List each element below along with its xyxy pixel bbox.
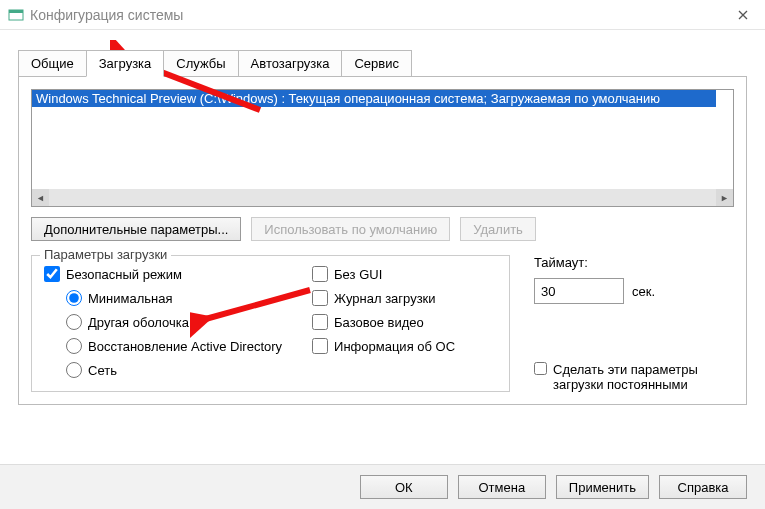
permanent-input[interactable] (534, 362, 547, 375)
altshell-label: Другая оболочка (88, 315, 189, 330)
osinfo-label: Информация об ОС (334, 339, 455, 354)
delete-button: Удалить (460, 217, 536, 241)
boot-options-group: Параметры загрузки Безопасный режим Мини… (31, 255, 510, 392)
altshell-radio[interactable]: Другая оболочка (66, 314, 282, 330)
boot-buttons-row: Дополнительные параметры... Использовать… (31, 217, 734, 241)
boot-list[interactable]: Windows Technical Preview (C:\Windows) :… (31, 89, 734, 207)
timeout-unit: сек. (632, 284, 655, 299)
minimal-label: Минимальная (88, 291, 173, 306)
tab-general[interactable]: Общие (18, 50, 87, 77)
apply-button[interactable]: Применить (556, 475, 649, 499)
timeout-input[interactable] (534, 278, 624, 304)
minimal-radio[interactable]: Минимальная (66, 290, 282, 306)
osinfo-checkbox[interactable]: Информация об ОС (312, 338, 455, 354)
tab-boot[interactable]: Загрузка (86, 50, 165, 77)
ok-button[interactable]: ОК (360, 475, 448, 499)
dsrepair-input[interactable] (66, 338, 82, 354)
network-radio[interactable]: Сеть (66, 362, 282, 378)
tab-tools[interactable]: Сервис (341, 50, 412, 77)
permanent-checkbox[interactable]: Сделать эти параметры загрузки постоянны… (534, 362, 734, 392)
window-title: Конфигурация системы (30, 7, 720, 23)
bootlog-checkbox[interactable]: Журнал загрузки (312, 290, 455, 306)
permanent-label: Сделать эти параметры загрузки постоянны… (553, 362, 734, 392)
basevideo-checkbox[interactable]: Базовое видео (312, 314, 455, 330)
tab-panel-boot: Windows Technical Preview (C:\Windows) :… (18, 76, 747, 405)
close-button[interactable] (720, 0, 765, 30)
advanced-options-button[interactable]: Дополнительные параметры... (31, 217, 241, 241)
safeboot-input[interactable] (44, 266, 60, 282)
network-label: Сеть (88, 363, 117, 378)
set-default-button: Использовать по умолчанию (251, 217, 450, 241)
bootlog-input[interactable] (312, 290, 328, 306)
dsrepair-label: Восстановление Active Directory (88, 339, 282, 354)
safeboot-label: Безопасный режим (66, 267, 182, 282)
basevideo-label: Базовое видео (334, 315, 424, 330)
right-column: Без GUI Журнал загрузки Базовое видео (312, 266, 455, 378)
tab-strip: Общие Загрузка Службы Автозагрузка Серви… (18, 50, 747, 77)
horizontal-scrollbar[interactable]: ◄ ► (32, 189, 733, 206)
boot-entry-selected[interactable]: Windows Technical Preview (C:\Windows) :… (32, 90, 716, 107)
close-icon (738, 10, 748, 20)
dialog-buttons: ОК Отмена Применить Справка (0, 464, 765, 509)
svg-rect-1 (9, 10, 23, 13)
nogui-checkbox[interactable]: Без GUI (312, 266, 455, 282)
group-legend: Параметры загрузки (40, 247, 171, 262)
scroll-right-icon[interactable]: ► (716, 189, 733, 206)
timeout-column: Таймаут: сек. Сделать эти параметры загр… (534, 255, 734, 392)
osinfo-input[interactable] (312, 338, 328, 354)
cancel-button[interactable]: Отмена (458, 475, 546, 499)
nogui-label: Без GUI (334, 267, 382, 282)
tab-services[interactable]: Службы (163, 50, 238, 77)
help-button[interactable]: Справка (659, 475, 747, 499)
bootlog-label: Журнал загрузки (334, 291, 435, 306)
tab-startup[interactable]: Автозагрузка (238, 50, 343, 77)
titlebar: Конфигурация системы (0, 0, 765, 30)
left-column: Безопасный режим Минимальная Другая обол… (44, 266, 282, 378)
safeboot-checkbox[interactable]: Безопасный режим (44, 266, 282, 282)
altshell-input[interactable] (66, 314, 82, 330)
nogui-input[interactable] (312, 266, 328, 282)
lower-row: Параметры загрузки Безопасный режим Мини… (31, 255, 734, 392)
dsrepair-radio[interactable]: Восстановление Active Directory (66, 338, 282, 354)
app-icon (8, 7, 24, 23)
network-input[interactable] (66, 362, 82, 378)
timeout-label: Таймаут: (534, 255, 734, 270)
client-area: Общие Загрузка Службы Автозагрузка Серви… (0, 30, 765, 413)
basevideo-input[interactable] (312, 314, 328, 330)
scroll-track[interactable] (49, 189, 716, 206)
scroll-left-icon[interactable]: ◄ (32, 189, 49, 206)
minimal-input[interactable] (66, 290, 82, 306)
